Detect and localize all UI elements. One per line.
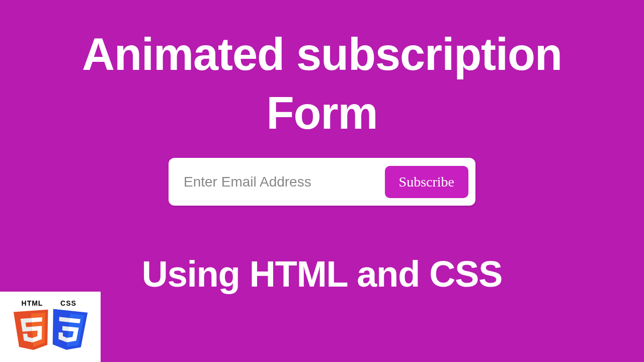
email-input[interactable] [184,174,385,190]
css3-icon [47,306,91,354]
subscribe-button[interactable]: Subscribe [385,166,468,198]
tech-badges: HTML CSS [0,292,101,362]
css-label: CSS [60,299,76,307]
html-label: HTML [22,299,43,307]
title-line-1: Animated subscription [82,29,562,79]
subscription-form: Subscribe [169,158,475,206]
title-line-2: Form [267,88,378,138]
css3-badge: CSS [48,299,89,354]
main-title: Animated subscription Form [0,0,644,143]
subtitle: Using HTML and CSS [0,253,644,295]
